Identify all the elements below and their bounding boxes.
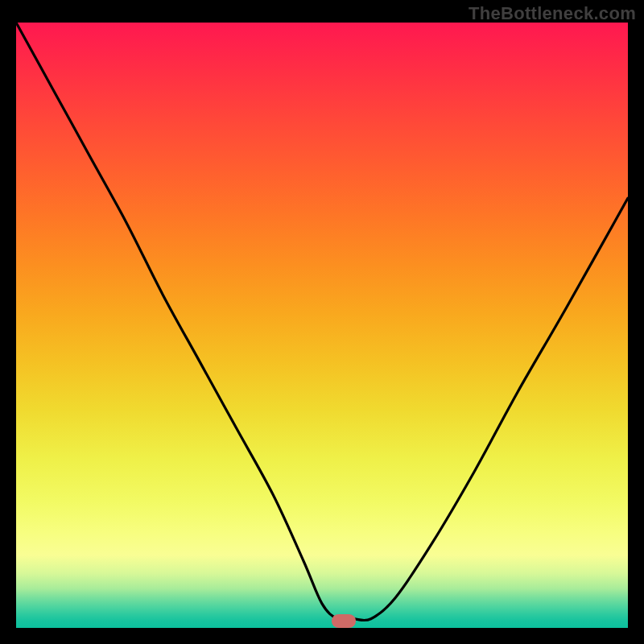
watermark-text: TheBottleneck.com <box>469 3 636 24</box>
curve-path <box>16 23 628 621</box>
bottleneck-curve <box>16 23 628 628</box>
optimum-marker <box>332 614 356 628</box>
plot-area <box>16 23 628 628</box>
chart-frame: TheBottleneck.com <box>0 0 644 644</box>
